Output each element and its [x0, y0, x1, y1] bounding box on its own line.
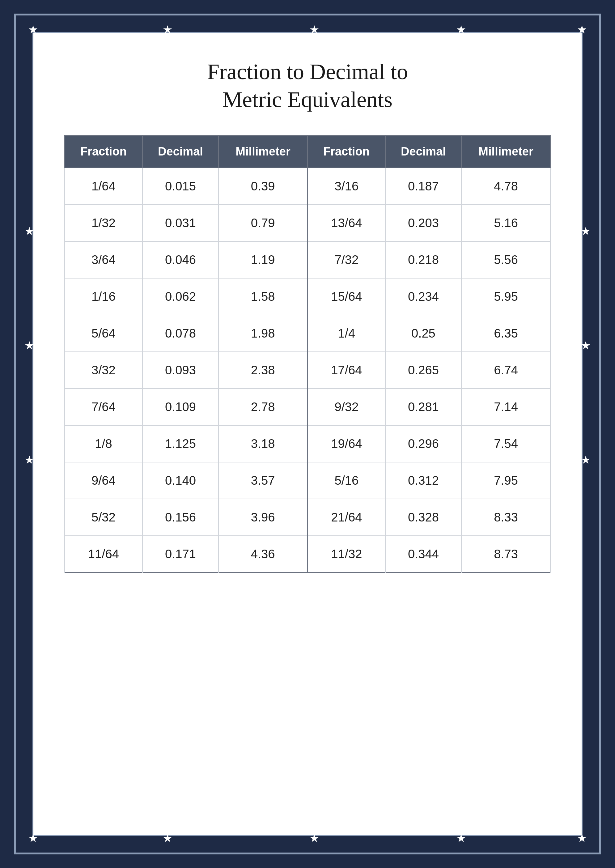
star-right-1-icon: ★ — [581, 226, 591, 237]
table-cell: 11/32 — [308, 536, 386, 573]
table-cell: 7/32 — [308, 241, 386, 278]
table-cell: 0.79 — [219, 205, 308, 241]
table-cell: 3.18 — [219, 425, 308, 462]
table-cell: 5.95 — [461, 278, 550, 315]
table-cell: 3/32 — [65, 352, 142, 389]
table-cell: 5/32 — [65, 499, 142, 536]
table-cell: 2.38 — [219, 352, 308, 389]
table-cell: 6.35 — [461, 315, 550, 352]
star-right-3-icon: ★ — [581, 454, 591, 465]
table-cell: 3/64 — [65, 241, 142, 278]
table-row: 1/320.0310.7913/640.2035.16 — [65, 205, 550, 241]
table-cell: 1.98 — [219, 315, 308, 352]
table-row: 7/640.1092.789/320.2817.14 — [65, 389, 550, 425]
table-row: 11/640.1714.3611/320.3448.73 — [65, 536, 550, 573]
outer-border: ★ ★ ★ ★ ★ ★ ★ ★ ★ ★ ★ ★ ★ ★ ★ ★ Fraction… — [14, 14, 601, 854]
table-cell: 1.125 — [142, 425, 219, 462]
header-fraction-left: Fraction — [65, 136, 142, 168]
table-cell: 17/64 — [308, 352, 386, 389]
table-cell: 3.57 — [219, 462, 308, 499]
star-bot-4-icon: ★ — [456, 833, 466, 844]
table-cell: 0.296 — [386, 425, 461, 462]
table-cell: 0.312 — [386, 462, 461, 499]
equivalents-table: Fraction Decimal Millimeter Fraction Dec… — [64, 135, 551, 573]
table-cell: 1/64 — [65, 168, 142, 205]
inner-card: Fraction to Decimal toMetric Equivalents… — [33, 32, 582, 836]
star-top-1-icon: ★ — [28, 24, 38, 35]
table-cell: 0.328 — [386, 499, 461, 536]
table-cell: 8.73 — [461, 536, 550, 573]
table-cell: 0.203 — [386, 205, 461, 241]
table-cell: 8.33 — [461, 499, 550, 536]
table-cell: 0.218 — [386, 241, 461, 278]
table-cell: 7.95 — [461, 462, 550, 499]
table-cell: 21/64 — [308, 499, 386, 536]
table-cell: 11/64 — [65, 536, 142, 573]
table-header-row: Fraction Decimal Millimeter Fraction Dec… — [65, 136, 550, 168]
table-row: 3/640.0461.197/320.2185.56 — [65, 241, 550, 278]
star-top-5-icon: ★ — [577, 24, 587, 35]
table-cell: 1.58 — [219, 278, 308, 315]
table-cell: 0.281 — [386, 389, 461, 425]
table-row: 3/320.0932.3817/640.2656.74 — [65, 352, 550, 389]
table-cell: 0.39 — [219, 168, 308, 205]
header-decimal-left: Decimal — [142, 136, 219, 168]
table-row: 9/640.1403.575/160.3127.95 — [65, 462, 550, 499]
table-cell: 3.96 — [219, 499, 308, 536]
table-cell: 0.344 — [386, 536, 461, 573]
table-cell: 3/16 — [308, 168, 386, 205]
table-cell: 0.093 — [142, 352, 219, 389]
table-cell: 1.19 — [219, 241, 308, 278]
table-cell: 5.56 — [461, 241, 550, 278]
page-title: Fraction to Decimal toMetric Equivalents — [207, 58, 408, 114]
table-cell: 7/64 — [65, 389, 142, 425]
star-bot-2-icon: ★ — [162, 833, 172, 844]
star-top-2-icon: ★ — [162, 24, 172, 35]
table-row: 5/640.0781.981/40.256.35 — [65, 315, 550, 352]
star-bot-5-icon: ★ — [577, 833, 587, 844]
star-left-2-icon: ★ — [24, 340, 34, 351]
star-right-2-icon: ★ — [581, 340, 591, 351]
table-cell: 19/64 — [308, 425, 386, 462]
table-cell: 0.046 — [142, 241, 219, 278]
star-bot-3-icon: ★ — [309, 833, 319, 844]
table-cell: 0.140 — [142, 462, 219, 499]
table-cell: 0.109 — [142, 389, 219, 425]
table-cell: 1/32 — [65, 205, 142, 241]
table-cell: 15/64 — [308, 278, 386, 315]
table-cell: 0.156 — [142, 499, 219, 536]
table-cell: 0.078 — [142, 315, 219, 352]
table-row: 1/81.1253.1819/640.2967.54 — [65, 425, 550, 462]
table-cell: 9/64 — [65, 462, 142, 499]
table-row: 1/160.0621.5815/640.2345.95 — [65, 278, 550, 315]
table-cell: 7.54 — [461, 425, 550, 462]
star-top-3-icon: ★ — [309, 24, 319, 35]
table-cell: 0.062 — [142, 278, 219, 315]
star-left-3-icon: ★ — [24, 454, 34, 465]
header-millimeter-right: Millimeter — [461, 136, 550, 168]
table-cell: 0.234 — [386, 278, 461, 315]
header-decimal-right: Decimal — [386, 136, 461, 168]
star-bot-1-icon: ★ — [28, 833, 38, 844]
table-cell: 0.031 — [142, 205, 219, 241]
table-cell: 5/64 — [65, 315, 142, 352]
table-cell: 4.78 — [461, 168, 550, 205]
star-top-4-icon: ★ — [456, 24, 466, 35]
table-cell: 0.25 — [386, 315, 461, 352]
table-cell: 0.171 — [142, 536, 219, 573]
table-cell: 6.74 — [461, 352, 550, 389]
table-cell: 5/16 — [308, 462, 386, 499]
table-cell: 1/8 — [65, 425, 142, 462]
table-row: 5/320.1563.9621/640.3288.33 — [65, 499, 550, 536]
table-cell: 1/16 — [65, 278, 142, 315]
table-cell: 1/4 — [308, 315, 386, 352]
table-cell: 0.265 — [386, 352, 461, 389]
header-millimeter-left: Millimeter — [219, 136, 308, 168]
star-left-1-icon: ★ — [24, 226, 34, 237]
table-cell: 13/64 — [308, 205, 386, 241]
table-cell: 0.015 — [142, 168, 219, 205]
table-cell: 4.36 — [219, 536, 308, 573]
table-cell: 5.16 — [461, 205, 550, 241]
table-cell: 9/32 — [308, 389, 386, 425]
table-cell: 2.78 — [219, 389, 308, 425]
